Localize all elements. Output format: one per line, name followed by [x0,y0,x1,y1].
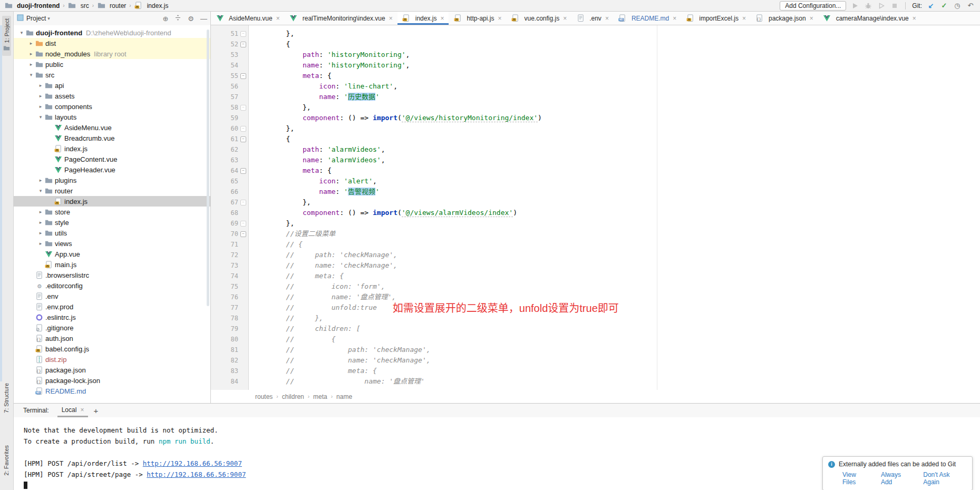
close-icon[interactable]: × [80,406,84,414]
chevron-down-icon[interactable]: ▾ [27,72,35,77]
tree-item-style[interactable]: ▸style [14,217,210,228]
locate-file-icon[interactable]: ⊕ [162,15,168,22]
tree-item-views[interactable]: ▸views [14,238,210,249]
tree-item-.editorconfig[interactable]: ⚙.editorconfig [14,280,210,291]
code-editor[interactable]: 51−52−535455−565758−5960−61−626364−65666… [211,25,980,390]
tab-http-api.js[interactable]: JShttp-api.js× [449,12,506,25]
chevron-right-icon[interactable]: ▸ [37,83,44,88]
editor-breadcrumb-name[interactable]: name [336,393,352,400]
chevron-right-icon[interactable]: ▸ [37,220,44,225]
tree-item-layouts[interactable]: ▾layouts [14,112,210,122]
tab-cameraManage\index.vue[interactable]: cameraManage\index.vue× [818,12,921,25]
tree-item-.env.prod[interactable]: .env.prod [14,301,210,312]
tree-item-utils[interactable]: ▸utils [14,228,210,238]
close-icon[interactable]: × [389,15,393,22]
chevron-down-icon[interactable]: ▾ [18,30,25,35]
tree-item-index.js[interactable]: JSindex.js [14,196,210,207]
git-update-icon[interactable]: ↙ [927,2,935,10]
tree-item-.browserslistrc[interactable]: .browserslistrc [14,270,210,280]
fold-marker-icon[interactable]: − [240,126,246,132]
tree-item-package-lock.json[interactable]: {}package-lock.json [14,375,210,386]
chevron-right-icon[interactable]: ▸ [37,241,44,246]
tree-item-.gitignore[interactable]: .gitignore [14,322,210,333]
tree-item-README.md[interactable]: MDREADME.md [14,386,210,396]
tree-item-duoji-frontend[interactable]: ▾duoji-frontendD:\zheheWeb\duoji-fronten… [14,27,210,38]
tab-package.json[interactable]: {}package.json× [751,12,818,25]
editor-breadcrumb-routes[interactable]: routes [255,393,273,400]
new-terminal-icon[interactable]: + [93,406,98,415]
chevron-right-icon[interactable]: ▸ [37,104,44,109]
chevron-right-icon[interactable]: ▸ [27,62,35,67]
chevron-down-icon[interactable]: ▾ [37,188,44,193]
tree-item-index.js[interactable]: JSindex.js [14,143,210,154]
tree-item-assets[interactable]: ▸assets [14,91,210,101]
chevron-right-icon[interactable]: ▸ [37,93,44,99]
breadcrumb-item-duoji-frontend[interactable]: duoji-frontend [4,2,60,10]
notification-action-always-add[interactable]: Always Add [881,471,913,486]
close-icon[interactable]: × [605,15,609,22]
tree-item-AsideMenu.vue[interactable]: AsideMenu.vue [14,122,210,133]
chevron-right-icon[interactable]: ▸ [27,41,35,46]
fold-marker-icon[interactable]: − [240,200,246,205]
close-icon[interactable]: × [913,15,916,22]
coverage-icon[interactable] [877,2,886,10]
fold-marker-icon[interactable]: − [240,221,246,227]
toolwindow-tab-favorites[interactable]: 2: Favorites [2,443,11,478]
tree-item-babel.config.js[interactable]: JSbabel.config.js [14,344,210,354]
tab-AsideMenu.vue[interactable]: AsideMenu.vue× [211,12,285,25]
add-configuration-button[interactable]: Add Configuration... [780,1,846,11]
run-icon[interactable] [851,2,859,10]
tree-item-api[interactable]: ▸api [14,80,210,91]
fold-marker-icon[interactable]: − [240,105,246,111]
chevron-right-icon[interactable]: ▸ [37,230,44,236]
breadcrumb-item-router[interactable]: router [97,2,126,10]
close-icon[interactable]: × [440,15,444,22]
tab-importExcel.js[interactable]: JSimportExcel.js× [681,12,751,25]
fold-marker-icon[interactable]: − [240,168,246,174]
tab-.env[interactable]: .env× [571,12,614,25]
tree-item-components[interactable]: ▸components [14,101,210,112]
fold-marker-icon[interactable]: − [240,42,246,47]
toolwindow-tab-project[interactable]: 1: Project [2,16,11,56]
debug-icon[interactable] [864,2,872,10]
tab-README.md[interactable]: MDREADME.md× [614,12,681,25]
project-tree-scrollbar[interactable] [207,30,209,306]
tab-index.js[interactable]: JSindex.js× [397,12,449,25]
tree-item-.env[interactable]: .env [14,291,210,301]
tree-item-store[interactable]: ▸store [14,207,210,217]
tree-item-node_modules[interactable]: ▸node_moduleslibrary root [14,48,210,59]
close-icon[interactable]: × [563,15,567,22]
close-icon[interactable]: × [742,15,746,22]
breadcrumb-item-index.js[interactable]: JSindex.js [134,2,169,10]
tree-item-dist[interactable]: ▸dist [14,38,210,48]
fold-marker-icon[interactable]: − [240,73,246,79]
tree-item-PageHeader.vue[interactable]: PageHeader.vue [14,164,210,175]
tab-vue.config.js[interactable]: JSvue.config.js× [506,12,571,25]
toolwindow-tab-structure[interactable]: 7: Structure [2,380,11,416]
tree-item-main.js[interactable]: JSmain.js [14,259,210,270]
tree-item-dist.zip[interactable]: dist.zip [14,354,210,365]
editor-breadcrumb-meta[interactable]: meta [313,393,327,400]
tree-item-package.json[interactable]: {}package.json [14,365,210,375]
tab-realTimeMonitoring\index.vue[interactable]: realTimeMonitoring\index.vue× [285,12,397,25]
fold-marker-icon[interactable]: − [240,136,246,142]
terminal-link[interactable]: http://192.168.66.56:9007 [143,459,242,467]
git-commit-icon[interactable]: ✓ [940,2,948,10]
tree-item-plugins[interactable]: ▸plugins [14,175,210,185]
project-view-selector[interactable]: Project [26,15,46,22]
breadcrumb-item-src[interactable]: src [68,2,89,10]
chevron-right-icon[interactable]: ▸ [37,209,44,214]
tree-item-public[interactable]: ▸public [14,59,210,70]
chevron-right-icon[interactable]: ▸ [27,51,35,56]
notification-action-view-files[interactable]: View Files [842,471,871,486]
tree-item-PageContent.vue[interactable]: PageContent.vue [14,154,210,164]
notification-action-don-t-ask-again[interactable]: Don't Ask Again [923,471,967,486]
close-icon[interactable]: × [810,15,813,22]
terminal-link[interactable]: http://192.168.66.56:9007 [147,471,246,478]
fold-marker-icon[interactable]: − [240,231,246,237]
tree-item-router[interactable]: ▾router [14,185,210,196]
git-rollback-icon[interactable]: ↶ [966,2,975,10]
tree-item-Breadcrumb.vue[interactable]: Breadcrumb.vue [14,133,210,143]
close-icon[interactable]: × [673,15,676,22]
code-text[interactable]: }, { path: 'historyMonitoring', name: 'h… [249,25,980,390]
